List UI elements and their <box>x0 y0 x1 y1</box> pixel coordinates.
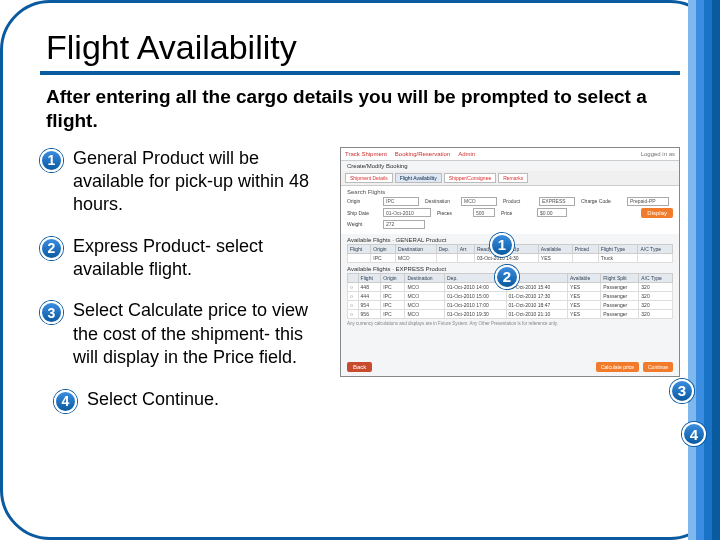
back-button[interactable]: Back <box>347 362 372 372</box>
step-2: 2 Express Product- select available flig… <box>40 235 330 282</box>
slide-title: Flight Availability <box>40 18 680 75</box>
step-text: Express Product- select available flight… <box>73 235 330 282</box>
step-badge: 4 <box>54 390 77 413</box>
table-row: IPCMCO03-Oct-2010 14:30YESTruck <box>348 253 673 262</box>
lbl: Destination <box>425 198 455 204</box>
nav-item: Track Shipment <box>345 151 387 157</box>
callout-3: 3 <box>670 379 694 403</box>
lbl: Weight <box>347 221 377 227</box>
inp-product: EXPRESS <box>539 197 575 206</box>
slide-content: Flight Availability After entering all t… <box>40 18 680 522</box>
lbl: Ship Date <box>347 210 377 216</box>
ss-breadcrumb: Create/Modify Booking <box>341 161 679 171</box>
callout-1: 1 <box>490 233 514 257</box>
inp-price: $0.00 <box>537 208 567 217</box>
inp-date: 01-Oct-2010 <box>383 208 431 217</box>
step-1: 1 General Product will be available for … <box>40 147 330 217</box>
screenshot-column: Track Shipment Booking/Reservation Admin… <box>340 147 680 431</box>
inp-weight: 272 <box>383 220 425 229</box>
tab: Remarks <box>498 173 528 183</box>
step-badge: 3 <box>40 301 63 324</box>
inp-dest: MCO <box>461 197 497 206</box>
ss-note: Any currency calculations and displays a… <box>341 319 679 328</box>
lbl: Price <box>501 210 531 216</box>
step-3: 3 Select Calculate price to view the cos… <box>40 299 330 369</box>
slide-intro: After entering all the cargo details you… <box>40 75 680 147</box>
tab: Shipment Details <box>345 173 393 183</box>
step-4: 4 Select Continue. <box>54 388 330 413</box>
table-row: ○444IPCMCO01-Oct-2010 15:0001-Oct-2010 1… <box>348 291 673 300</box>
nav-item: Admin <box>458 151 475 157</box>
inp-origin: IPC <box>383 197 419 206</box>
side-accent <box>688 0 720 540</box>
step-badge: 2 <box>40 237 63 260</box>
steps-column: 1 General Product will be available for … <box>40 147 330 431</box>
tab: Shipper/Consignee <box>444 173 497 183</box>
search-label: Search Flights <box>347 189 673 195</box>
ss-tabs: Shipment Details Flight Availability Shi… <box>341 171 679 186</box>
callout-4: 4 <box>682 422 706 446</box>
lbl: Charge Code <box>581 198 621 204</box>
inp-pcs: 500 <box>473 208 495 217</box>
inp-charge: Prepaid-PP <box>627 197 669 206</box>
lbl: Origin <box>347 198 377 204</box>
step-text: General Product will be available for pi… <box>73 147 330 217</box>
lbl: Pieces <box>437 210 467 216</box>
callout-2: 2 <box>495 265 519 289</box>
tab-active: Flight Availability <box>395 173 442 183</box>
table-row: ○956IPCMCO01-Oct-2010 19:3001-Oct-2010 2… <box>348 309 673 318</box>
lbl: Product <box>503 198 533 204</box>
ss-topnav: Track Shipment Booking/Reservation Admin… <box>341 148 679 161</box>
nav-item: Booking/Reservation <box>395 151 450 157</box>
table-row: ○954IPCMCO01-Oct-2010 17:0001-Oct-2010 1… <box>348 300 673 309</box>
calculate-price-button[interactable]: Calculate price <box>596 362 639 372</box>
step-text: Select Calculate price to view the cost … <box>73 299 330 369</box>
login-status: Logged in as <box>641 151 675 157</box>
step-text: Select Continue. <box>87 388 219 411</box>
continue-button[interactable]: Continue <box>643 362 673 372</box>
step-badge: 1 <box>40 149 63 172</box>
ss-search-panel: Search Flights Origin IPC Destination MC… <box>341 186 679 234</box>
embedded-screenshot: Track Shipment Booking/Reservation Admin… <box>340 147 680 377</box>
display-button[interactable]: Display <box>641 208 673 218</box>
